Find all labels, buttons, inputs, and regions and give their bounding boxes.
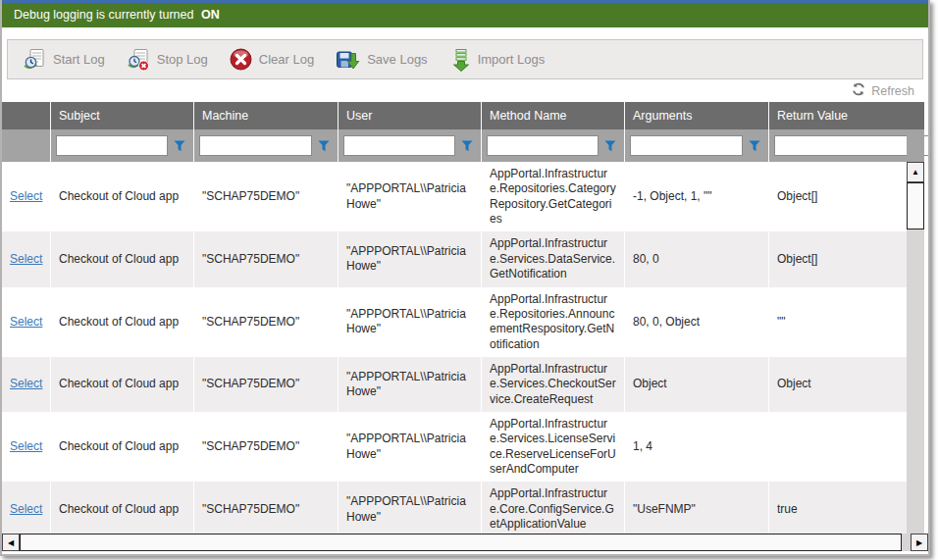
log-toolbar: Start Log Stop Log [7,39,923,79]
cell-subject: Checkout of Cloud app [50,287,193,357]
grid-filter-row [2,129,928,162]
cell-machine: "SCHAP75DEMO" [193,287,338,357]
grid-body: Select Checkout of Cloud app "SCHAP75DEM… [2,162,907,534]
clear-log-button[interactable]: Clear Log [219,48,325,71]
cell-machine: "SCHAP75DEMO" [193,231,338,286]
filter-funnel-machine[interactable] [315,137,333,155]
column-header-method-name[interactable]: Method Name [481,102,624,129]
cell-subject: Checkout of Cloud app [50,357,193,412]
select-link[interactable]: Select [10,377,42,391]
filter-cell-empty [2,129,50,162]
table-row: Select Checkout of Cloud app "SCHAP75DEM… [2,357,907,412]
cell-method-name: AppPortal.Infrastructure.Services.DataSe… [481,231,624,286]
cell-subject: Checkout of Cloud app [50,231,193,286]
cell-return-value: Object[] [768,162,907,231]
cell-method-name: AppPortal.Infrastructure.Repositories.Ca… [481,162,624,231]
table-row: Select Checkout of Cloud app "SCHAP75DEM… [2,287,907,357]
save-logs-label: Save Logs [367,52,427,67]
filter-funnel-arguments[interactable] [746,137,763,155]
table-row: Select Checkout of Cloud app "SCHAP75DEM… [2,231,907,286]
filter-input-arguments[interactable] [630,135,743,156]
cell-machine: "SCHAP75DEMO" [193,357,338,412]
column-header-user[interactable]: User [338,102,481,129]
cell-user: "APPPORTAL\\PatriciaHowe" [338,482,481,534]
cell-arguments: Object [624,357,768,412]
scroll-up-button[interactable]: ▲ [907,162,924,182]
cell-method-name: AppPortal.Infrastructure.Services.Checko… [481,357,624,412]
column-header-subject[interactable]: Subject [50,102,193,129]
start-log-icon [23,48,46,72]
cell-arguments: 1, 4 [624,412,768,482]
debug-log-window: Debug logging is currently turned ON Sta… [0,0,930,556]
cell-machine: "SCHAP75DEMO" [193,482,338,534]
save-logs-button[interactable]: Save Logs [325,48,438,72]
clear-log-icon [230,48,252,71]
refresh-row: Refresh [2,79,928,102]
select-link[interactable]: Select [10,252,42,267]
stop-log-label: Stop Log [157,52,208,67]
column-header-machine[interactable]: Machine [193,102,338,129]
debug-status-banner: Debug logging is currently turned ON [2,3,928,27]
column-header-arguments[interactable]: Arguments [624,102,768,129]
filter-funnel-user[interactable] [458,137,476,155]
filter-corner [907,129,924,162]
import-logs-button[interactable]: Import Logs [439,48,556,72]
select-link[interactable]: Select [10,189,42,204]
cell-return-value: Object [768,357,907,412]
cell-return-value: Object[] [768,231,907,286]
banner-message: Debug logging is currently turned [14,8,193,22]
cell-user: "APPPORTAL\\PatriciaHowe" [338,162,481,231]
select-link[interactable]: Select [10,315,42,330]
select-link[interactable]: Select [10,439,42,454]
stop-log-button[interactable]: Stop Log [116,48,219,72]
scroll-track-gap[interactable] [902,534,911,551]
cell-arguments: 80, 0, Object [624,287,768,357]
save-logs-icon [336,48,360,72]
filter-funnel-subject[interactable] [171,137,188,155]
filter-input-machine[interactable] [199,135,312,156]
refresh-icon[interactable] [852,82,865,99]
cell-user: "APPPORTAL\\PatriciaHowe" [338,412,481,482]
start-log-label: Start Log [53,52,105,67]
column-header-return-value[interactable]: Return Value [768,102,907,129]
cell-machine: "SCHAP75DEMO" [193,412,338,482]
cell-subject: Checkout of Cloud app [50,482,193,534]
spacer [2,27,928,39]
horizontal-scrollbar[interactable]: ◀ ▶ [2,534,928,551]
cell-method-name: AppPortal.Infrastructure.Core.ConfigServ… [481,482,624,534]
vertical-scrollbar-thumb[interactable] [907,182,924,229]
cell-arguments: "UseFNMP" [624,482,768,534]
horizontal-scrollbar-thumb[interactable] [20,534,902,551]
table-row: Select Checkout of Cloud app "SCHAP75DEM… [2,482,907,534]
clear-log-label: Clear Log [259,52,314,67]
cell-user: "APPPORTAL\\PatriciaHowe" [338,287,481,357]
cell-method-name: AppPortal.Infrastructure.Repositories.An… [481,287,624,357]
vertical-scrollbar[interactable]: ▲ [907,162,924,534]
filter-funnel-method-name[interactable] [601,137,619,155]
header-corner [907,102,924,129]
scroll-left-button[interactable]: ◀ [2,534,20,551]
stop-log-icon [127,48,150,72]
cell-subject: Checkout of Cloud app [50,412,193,482]
filter-input-user[interactable] [343,135,455,156]
grid-header: Subject Machine User Method Name Argumen… [2,102,928,129]
table-row: Select Checkout of Cloud app "SCHAP75DEM… [2,162,907,231]
filter-input-method-name[interactable] [487,135,599,156]
start-log-button[interactable]: Start Log [12,48,116,72]
cell-return-value: true [768,482,907,534]
cell-arguments: -1, Object, 1, "" [624,162,768,231]
table-row: Select Checkout of Cloud app "SCHAP75DEM… [2,412,907,482]
scroll-right-button[interactable]: ▶ [911,534,928,551]
cell-user: "APPPORTAL\\PatriciaHowe" [338,357,481,412]
filter-input-subject[interactable] [56,135,168,156]
cell-return-value: "" [768,287,907,357]
import-logs-label: Import Logs [478,52,546,67]
cell-arguments: 80, 0 [624,231,768,286]
cell-method-name: AppPortal.Infrastructure.Services.Licens… [481,412,624,482]
column-header-select[interactable] [2,102,50,129]
cell-user: "APPPORTAL\\PatriciaHowe" [338,231,481,286]
refresh-link[interactable]: Refresh [871,84,914,98]
select-link[interactable]: Select [10,502,42,517]
cell-machine: "SCHAP75DEMO" [193,162,338,231]
banner-state: ON [201,8,220,22]
